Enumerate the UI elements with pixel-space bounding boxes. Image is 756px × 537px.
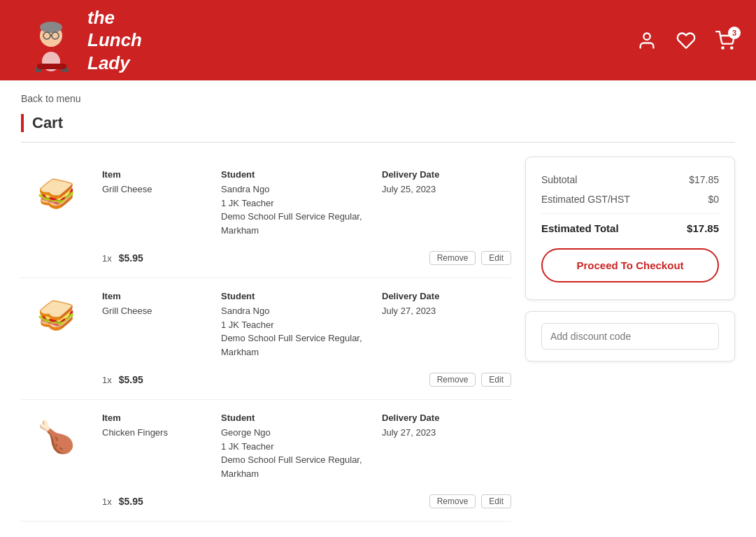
delivery-label: Delivery Date [382,413,508,423]
student-info: George Ngo1 JK TeacherDemo School Full S… [221,426,375,480]
item-qty: 1x [102,253,112,264]
item-col: Item Grill Cheese [102,169,214,196]
gst-label: Estimated GST/HST [541,194,630,205]
discount-card [525,311,735,361]
student-label: Student [221,413,375,423]
svg-point-11 [722,47,723,48]
item-grid: Item Chicken Fingers Student George Ngo1… [102,413,511,480]
cart-button[interactable]: 3 [715,31,735,50]
cart-items-list: 🥪 Item Grill Cheese Student Sandra Ngo1 … [21,157,511,522]
student-info: Sandra Ngo1 JK TeacherDemo School Full S… [221,304,375,359]
section-divider [21,142,735,143]
logo: the Lunch Lady [21,6,142,75]
student-label: Student [221,291,375,301]
logo-icon [21,10,80,70]
favorites-button[interactable] [676,31,696,50]
delivery-date: July 27, 2023 [382,304,508,318]
delivery-date: July 27, 2023 [382,426,508,440]
student-col: Student Sandra Ngo1 JK TeacherDemo Schoo… [221,291,375,359]
qty-price: 1x $5.95 [102,374,143,385]
item-label: Item [102,291,214,301]
item-details: Item Grill Cheese Student Sandra Ngo1 JK… [102,291,511,387]
svg-point-3 [40,22,62,33]
item-actions: Remove Edit [429,373,511,387]
item-price: $5.95 [119,496,143,507]
student-label: Student [221,169,375,180]
subtotal-row: Subtotal $17.85 [541,174,719,185]
delivery-label: Delivery Date [382,291,508,301]
cart-badge: 3 [728,27,741,39]
subtotal-value: $17.85 [689,174,719,185]
page-title: Cart [21,114,735,132]
student-info: Sandra Ngo1 JK TeacherDemo School Full S… [221,182,375,237]
item-name: Grill Cheese [102,182,214,196]
subtotal-label: Subtotal [541,174,577,185]
discount-input[interactable] [541,323,719,350]
delivery-label: Delivery Date [382,169,508,180]
remove-button[interactable]: Remove [429,494,476,508]
item-qty: 1x [102,496,112,507]
checkout-button[interactable]: Proceed To Checkout [541,248,719,282]
edit-button[interactable]: Edit [481,373,511,387]
item-label: Item [102,169,214,180]
item-price: $5.95 [119,374,143,385]
student-col: Student Sandra Ngo1 JK TeacherDemo Schoo… [221,169,375,237]
edit-button[interactable]: Edit [481,251,511,265]
account-button[interactable] [637,31,657,50]
item-details: Item Chicken Fingers Student George Ngo1… [102,413,511,508]
header-icons: 3 [637,31,735,50]
item-name: Grill Cheese [102,304,214,318]
student-col: Student George Ngo1 JK TeacherDemo Schoo… [221,413,375,480]
item-grid: Item Grill Cheese Student Sandra Ngo1 JK… [102,291,511,359]
delivery-date: July 25, 2023 [382,182,508,196]
item-actions: Remove Edit [429,251,511,265]
main-layout: 🥪 Item Grill Cheese Student Sandra Ngo1 … [21,157,735,522]
cart-item: 🥪 Item Grill Cheese Student Sandra Ngo1 … [21,157,511,278]
qty-price: 1x $5.95 [102,252,143,264]
header: the Lunch Lady 3 [0,0,756,80]
cart-item: 🍗 Item Chicken Fingers Student George Ng… [21,400,511,522]
item-price: $5.95 [119,252,143,264]
item-image: 🍗 [21,413,91,461]
svg-point-10 [643,33,650,39]
item-details: Item Grill Cheese Student Sandra Ngo1 JK… [102,169,511,265]
summary-card: Subtotal $17.85 Estimated GST/HST $0 Est… [525,157,735,300]
cart-item: 🥪 Item Grill Cheese Student Sandra Ngo1 … [21,278,511,400]
edit-button[interactable]: Edit [481,494,511,508]
gst-value: $0 [708,194,719,205]
remove-button[interactable]: Remove [429,251,476,265]
delivery-col: Delivery Date July 27, 2023 [382,291,508,318]
item-qty: 1x [102,375,112,385]
back-to-menu-link[interactable]: Back to menu [21,93,735,104]
qty-price: 1x $5.95 [102,496,143,507]
total-value: $17.85 [687,222,719,234]
item-grid: Item Grill Cheese Student Sandra Ngo1 JK… [102,169,511,237]
svg-rect-9 [37,64,66,69]
item-col: Item Chicken Fingers [102,413,214,440]
delivery-col: Delivery Date July 25, 2023 [382,169,508,196]
page-content: Back to menu Cart 🥪 Item Grill Cheese St… [0,80,756,537]
svg-point-12 [731,47,732,48]
remove-button[interactable]: Remove [429,373,476,387]
logo-text: the Lunch Lady [87,6,142,75]
item-actions: Remove Edit [429,494,511,508]
item-image: 🥪 [21,291,91,340]
total-label: Estimated Total [541,222,619,234]
item-image: 🥪 [21,169,91,218]
item-col: Item Grill Cheese [102,291,214,318]
delivery-col: Delivery Date July 27, 2023 [382,413,508,440]
gst-row: Estimated GST/HST $0 [541,194,719,205]
item-name: Chicken Fingers [102,426,214,440]
cart-sidebar: Subtotal $17.85 Estimated GST/HST $0 Est… [525,157,735,361]
item-label: Item [102,413,214,423]
total-row: Estimated Total $17.85 [541,213,719,234]
